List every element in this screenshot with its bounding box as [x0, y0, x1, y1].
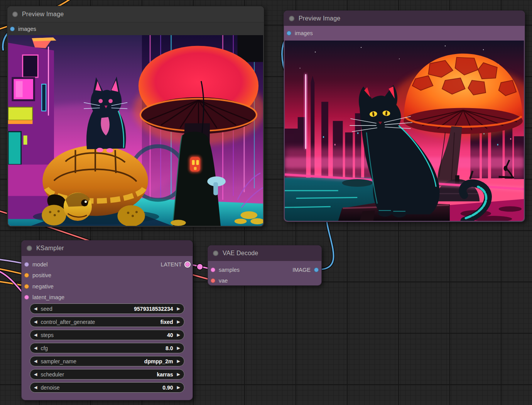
widget-sampler-name[interactable]: ◀ sampler_name dpmpp_2m ▶	[30, 356, 184, 366]
node-ksampler[interactable]: KSampler model positive negative latent_…	[21, 240, 193, 400]
link-midpoint-dot[interactable]	[197, 264, 203, 270]
widget-label: steps	[41, 332, 53, 338]
negative-port[interactable]	[24, 284, 29, 289]
latent-image-port[interactable]	[24, 295, 29, 300]
input-row-vae: vae	[211, 275, 228, 286]
images-port[interactable]	[10, 27, 15, 31]
positive-port-label: positive	[32, 272, 51, 278]
input-row-negative: negative	[24, 281, 54, 292]
images-input-row: images	[7, 22, 264, 35]
decrement-arrow-icon[interactable]: ◀	[34, 333, 37, 337]
node-preview-image-2[interactable]: Preview Image images	[284, 10, 525, 222]
increment-arrow-icon[interactable]: ▶	[177, 385, 180, 390]
negative-port-label: negative	[32, 283, 54, 290]
widget-label: sampler_name	[41, 358, 76, 364]
node-title: VAE Decode	[223, 250, 258, 257]
node-title: KSampler	[36, 245, 64, 252]
increment-arrow-icon[interactable]: ▶	[177, 359, 180, 363]
increment-arrow-icon[interactable]: ▶	[177, 320, 180, 324]
images-port-label: images	[295, 30, 313, 36]
node-preview-image-1[interactable]: Preview Image images	[7, 6, 264, 227]
widget-value: 40	[167, 332, 173, 338]
ksampler-widgets: ◀ seed 9579318532234 ▶ ◀ control_after_g…	[30, 303, 184, 395]
widget-seed[interactable]: ◀ seed 9579318532234 ▶	[30, 303, 184, 314]
positive-port[interactable]	[24, 273, 29, 278]
widget-label: control_after_generate	[41, 319, 95, 325]
node-header[interactable]: Preview Image	[284, 11, 525, 26]
widget-value: 9579318532234	[134, 306, 173, 312]
output-row-latent: LATENT	[160, 259, 190, 270]
output-row-image: IMAGE	[292, 264, 319, 275]
widget-value: fixed	[160, 319, 173, 325]
increment-arrow-icon[interactable]: ▶	[177, 372, 180, 376]
widget-steps[interactable]: ◀ steps 40 ▶	[30, 330, 184, 340]
decrement-arrow-icon[interactable]: ◀	[34, 372, 37, 376]
latent-output-port[interactable]	[185, 262, 190, 267]
decrement-arrow-icon[interactable]: ◀	[34, 385, 37, 390]
node-header[interactable]: Preview Image	[7, 6, 264, 22]
input-row-positive: positive	[24, 270, 51, 281]
image-output-label: IMAGE	[292, 267, 311, 273]
preview-artwork-2	[285, 41, 524, 221]
images-input-row: images	[284, 26, 525, 41]
node-title: Preview Image	[22, 11, 64, 18]
samples-port[interactable]	[211, 268, 215, 272]
increment-arrow-icon[interactable]: ▶	[177, 333, 180, 337]
node-vae-decode[interactable]: VAE Decode samples vae IMAGE	[208, 245, 322, 286]
decrement-arrow-icon[interactable]: ◀	[34, 307, 37, 311]
input-row-latent-image: latent_image	[24, 292, 64, 303]
widget-label: denoise	[41, 385, 59, 391]
widget-label: scheduler	[41, 371, 64, 378]
widget-cfg[interactable]: ◀ cfg 8.0 ▶	[30, 343, 184, 353]
preview-artwork-1	[8, 35, 263, 226]
latent-image-port-label: latent_image	[32, 294, 64, 300]
widget-value: dpmpp_2m	[144, 358, 173, 364]
preview-image-2	[285, 41, 524, 221]
vae-port-label: vae	[219, 278, 228, 284]
input-row-samples: samples	[211, 264, 240, 275]
decrement-arrow-icon[interactable]: ◀	[34, 346, 37, 350]
samples-port-label: samples	[219, 267, 240, 273]
widget-label: cfg	[41, 345, 48, 351]
node-header[interactable]: KSampler	[22, 241, 193, 256]
increment-arrow-icon[interactable]: ▶	[177, 307, 180, 311]
widget-control-after-generate[interactable]: ◀ control_after_generate fixed ▶	[30, 317, 184, 327]
images-port[interactable]	[287, 31, 291, 36]
input-row-model: model	[24, 259, 48, 270]
collapse-dot-icon[interactable]	[27, 246, 32, 251]
widget-denoise[interactable]: ◀ denoise 0.90 ▶	[30, 382, 184, 393]
latent-output-label: LATENT	[160, 261, 182, 268]
widget-scheduler[interactable]: ◀ scheduler karras ▶	[30, 369, 184, 380]
image-output-port[interactable]	[314, 268, 319, 272]
decrement-arrow-icon[interactable]: ◀	[34, 359, 37, 363]
graph-canvas[interactable]: Preview Image images	[0, 0, 532, 405]
model-port[interactable]	[24, 262, 29, 267]
widget-value: karras	[157, 371, 173, 378]
collapse-dot-icon[interactable]	[289, 16, 294, 21]
collapse-dot-icon[interactable]	[12, 12, 18, 17]
widget-value: 8.0	[166, 345, 173, 351]
node-header[interactable]: VAE Decode	[208, 246, 321, 261]
collapse-dot-icon[interactable]	[213, 251, 218, 256]
increment-arrow-icon[interactable]: ▶	[177, 346, 180, 350]
preview-image-1	[8, 35, 263, 226]
vae-port[interactable]	[211, 278, 215, 283]
model-port-label: model	[32, 261, 48, 268]
decrement-arrow-icon[interactable]: ◀	[34, 320, 37, 324]
node-title: Preview Image	[299, 15, 340, 22]
widget-value: 0.90	[162, 385, 173, 391]
widget-label: seed	[41, 306, 52, 312]
images-port-label: images	[18, 26, 36, 32]
